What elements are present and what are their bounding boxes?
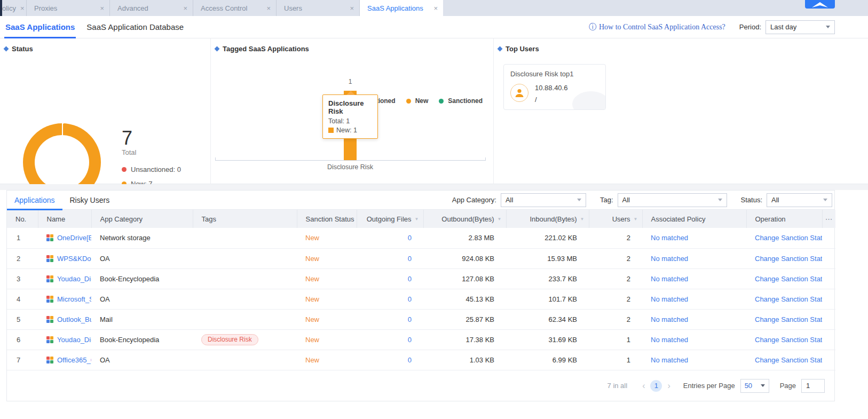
app-name-link[interactable]: Youdao_Dict... xyxy=(57,275,91,283)
tab-risky-users[interactable]: Risky Users xyxy=(62,191,117,210)
top-users-panel: Top Users Disclosure Risk top1 10.88.40.… xyxy=(494,38,868,184)
change-sanction-status-link[interactable]: Change Sanction Status xyxy=(755,255,822,263)
sort-icon[interactable]: ▼ xyxy=(634,217,638,222)
change-sanction-status-link[interactable]: Change Sanction Status xyxy=(755,356,822,364)
close-icon[interactable]: × xyxy=(20,4,25,12)
page-number-button[interactable]: 1 xyxy=(650,380,662,392)
axis-tick xyxy=(485,157,486,161)
cell-settings xyxy=(822,329,835,350)
close-icon[interactable]: × xyxy=(433,4,438,12)
cell-no: 4 xyxy=(7,289,38,309)
change-sanction-status-link[interactable]: Change Sanction Status xyxy=(755,234,822,242)
policy-link[interactable]: No matched xyxy=(651,255,688,263)
next-page-icon[interactable]: › xyxy=(667,381,670,391)
tab-saas-applications[interactable]: SaaS Applications xyxy=(4,16,76,38)
window-tab-proxies[interactable]: Proxies× xyxy=(27,0,110,16)
column-header-users[interactable]: Users▼ xyxy=(589,210,642,228)
cell-outbound: 2.83 MB xyxy=(423,228,506,248)
window-tab-label: SaaS Applications xyxy=(367,4,423,12)
app-icon-square xyxy=(46,238,50,241)
message-button[interactable] xyxy=(805,0,835,9)
tag-select[interactable]: All xyxy=(618,193,727,207)
cell-name: Microsoft_Sh... xyxy=(38,289,91,309)
outgoing-files-link[interactable]: 0 xyxy=(408,336,412,344)
outgoing-files-link[interactable]: 0 xyxy=(408,234,412,242)
tab-saas-application-database[interactable]: SaaS Application Database xyxy=(85,16,185,38)
policy-link[interactable]: No matched xyxy=(651,234,688,242)
top-users-title: Top Users xyxy=(498,45,539,53)
page-input[interactable] xyxy=(801,379,825,393)
policy-link[interactable]: No matched xyxy=(651,295,688,303)
tab-applications[interactable]: Applications xyxy=(7,191,62,210)
change-sanction-status-link[interactable]: Change Sanction Status xyxy=(755,336,822,344)
cell-name: Youdao_Dict... xyxy=(38,268,91,289)
policy-link[interactable]: No matched xyxy=(651,336,688,344)
app-icon-square xyxy=(50,299,53,303)
column-header-inbound[interactable]: Inbound(Bytes)▼ xyxy=(506,210,589,228)
app-name-link[interactable]: OneDrive[Br... xyxy=(57,234,91,242)
app-name-link[interactable]: Youdao_Dict... xyxy=(57,336,91,344)
table-row: 7Office365_O...OANew01.03 KB6.99 KB1No m… xyxy=(7,350,835,370)
app-name-link[interactable]: Microsoft_Sh... xyxy=(57,295,91,303)
app-icon-square xyxy=(46,336,50,339)
app-category-select-value: All xyxy=(506,196,513,204)
prev-page-icon[interactable]: ‹ xyxy=(642,381,645,391)
app-icon-square xyxy=(46,340,50,343)
cell-no: 5 xyxy=(7,309,38,329)
outgoing-files-link[interactable]: 0 xyxy=(408,356,412,364)
cell-sanction-status: New xyxy=(297,228,357,248)
app-name-link[interactable]: WPS&KDocs... xyxy=(57,255,91,263)
window-tab-saas-applications[interactable]: SaaS Applications× xyxy=(360,0,443,16)
column-header-outbound[interactable]: Outbound(Bytes)▼ xyxy=(423,210,506,228)
close-icon[interactable]: × xyxy=(100,4,104,12)
app-icon xyxy=(46,296,53,303)
legend-label: Unsanctioned: 0 xyxy=(131,165,181,173)
sort-icon[interactable]: ▼ xyxy=(498,217,502,222)
sort-icon[interactable]: ▼ xyxy=(415,217,419,222)
change-sanction-status-link[interactable]: Change Sanction Status xyxy=(755,275,822,283)
cell-inbound: 15.93 MB xyxy=(506,248,589,268)
outgoing-files-link[interactable]: 0 xyxy=(408,275,412,283)
policy-link[interactable]: No matched xyxy=(651,275,688,283)
tag-select-value: All xyxy=(622,196,630,204)
policy-link[interactable]: No matched xyxy=(651,356,688,364)
sort-icon[interactable]: ▼ xyxy=(580,217,585,222)
app-icon xyxy=(46,336,53,343)
top-user-card[interactable]: Disclosure Risk top1 10.88.40.6 / xyxy=(503,64,606,110)
close-icon[interactable]: × xyxy=(266,4,271,12)
close-icon[interactable]: × xyxy=(183,4,187,12)
close-icon[interactable]: × xyxy=(350,4,354,12)
outgoing-files-link[interactable]: 0 xyxy=(408,255,412,263)
policy-link[interactable]: No matched xyxy=(651,315,688,323)
window-tab-users[interactable]: Users× xyxy=(277,0,360,16)
cell-tags xyxy=(193,309,297,329)
cell-associated-policy: No matched xyxy=(642,350,746,370)
column-header-files[interactable]: Outgoing Files▼ xyxy=(357,210,423,228)
outgoing-files-link[interactable]: 0 xyxy=(408,315,412,323)
app-icon-square xyxy=(46,320,50,323)
help-link[interactable]: How to Control SaaS Application Access? xyxy=(599,23,725,31)
status-total-value: 7 xyxy=(122,127,132,149)
change-sanction-status-link[interactable]: Change Sanction Status xyxy=(755,315,822,323)
chevron-down-icon xyxy=(577,199,581,201)
column-settings-icon[interactable]: ⋯ xyxy=(822,210,835,228)
window-tab-olicy[interactable]: olicy× xyxy=(2,0,27,16)
cell-outbound: 127.08 KB xyxy=(423,268,506,289)
app-category-select[interactable]: All xyxy=(501,193,586,207)
app-icon-square xyxy=(50,255,53,258)
status-select[interactable]: All xyxy=(767,193,832,207)
cell-outgoing-files: 0 xyxy=(357,309,423,329)
table-row: 3Youdao_Dict...Book-EncyclopediaNew0127.… xyxy=(7,268,835,289)
header-right: ⓘ How to Control SaaS Application Access… xyxy=(589,20,835,34)
window-tab-access-control[interactable]: Access Control× xyxy=(193,0,277,16)
cell-no: 7 xyxy=(7,350,38,370)
period-select[interactable]: Last day xyxy=(766,20,835,34)
entries-per-page-select[interactable]: 50 xyxy=(740,379,769,393)
applications-table-section: Applications Risky Users App Category:Al… xyxy=(6,190,835,401)
app-name-link[interactable]: Outlook_Bus... xyxy=(57,315,91,323)
app-name-link[interactable]: Office365_O... xyxy=(57,356,91,364)
cell-users: 2 xyxy=(589,248,642,268)
change-sanction-status-link[interactable]: Change Sanction Status xyxy=(755,295,822,303)
window-tab-advanced[interactable]: Advanced× xyxy=(110,0,193,16)
outgoing-files-link[interactable]: 0 xyxy=(408,295,412,303)
